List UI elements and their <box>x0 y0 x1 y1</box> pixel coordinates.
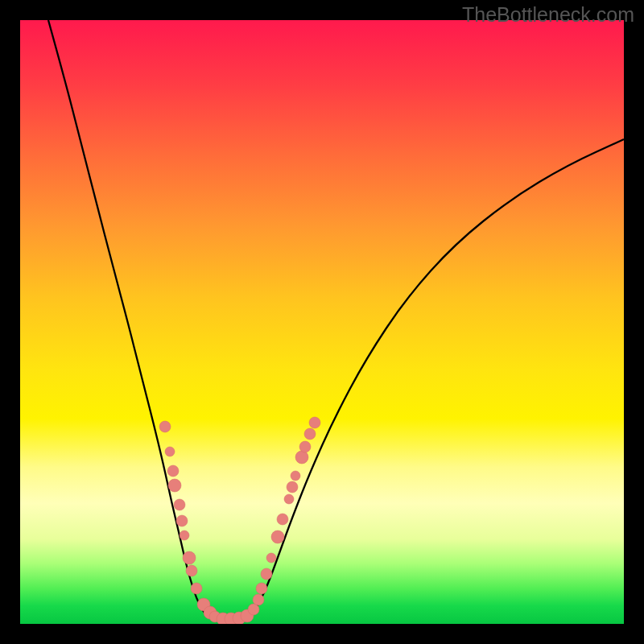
data-point <box>256 583 267 594</box>
data-point <box>180 530 189 540</box>
data-point <box>299 441 311 452</box>
data-point <box>287 481 298 493</box>
data-point <box>191 583 202 594</box>
data-point <box>183 551 196 564</box>
data-point <box>159 421 171 432</box>
data-point <box>304 428 316 440</box>
scatter-dots <box>159 417 320 624</box>
chart-frame: TheBottleneck.com <box>0 0 644 644</box>
bottleneck-curve <box>48 20 624 621</box>
data-point <box>167 465 179 477</box>
data-point <box>176 515 188 526</box>
data-point <box>186 565 197 576</box>
data-point <box>284 494 294 504</box>
data-point <box>295 451 308 464</box>
data-point <box>174 499 185 510</box>
data-point <box>266 553 276 563</box>
watermark-text: TheBottleneck.com <box>462 3 634 27</box>
data-point <box>309 417 320 428</box>
data-point <box>271 530 284 543</box>
data-point <box>253 594 264 605</box>
data-point <box>277 514 288 525</box>
data-point <box>168 479 181 492</box>
data-point <box>165 447 175 456</box>
data-point <box>261 568 272 580</box>
chart-overlay <box>20 20 624 624</box>
data-point <box>291 471 300 481</box>
